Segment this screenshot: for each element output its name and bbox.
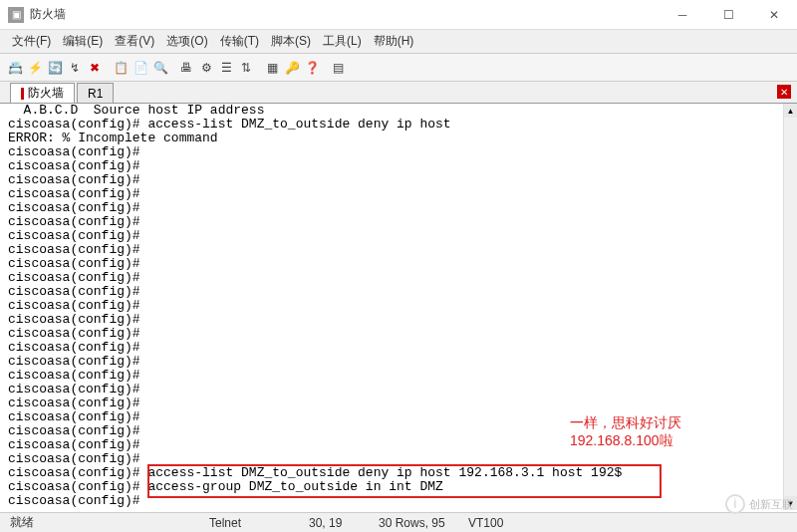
app-icon: ▣ <box>8 7 24 23</box>
statusbar: 就绪 Telnet 30, 19 30 Rows, 95 VT100 <box>0 512 797 532</box>
tab-close-button[interactable]: ✕ <box>777 85 791 99</box>
key-icon[interactable]: 🔑 <box>283 59 301 77</box>
menu-help[interactable]: 帮助(H) <box>368 33 420 50</box>
menu-view[interactable]: 查看(V) <box>109 33 160 50</box>
session-icon[interactable]: 📇 <box>6 59 24 77</box>
tab-r1[interactable]: R1 <box>77 83 114 103</box>
annotation-line1: 一样，思科好讨厌 <box>570 414 681 432</box>
maximize-button[interactable]: ☐ <box>705 0 751 30</box>
menubar: 文件(F) 编辑(E) 查看(V) 选项(O) 传输(T) 脚本(S) 工具(L… <box>0 30 797 54</box>
tab-label: R1 <box>88 87 103 101</box>
watermark-text: 创新互联 <box>749 497 793 512</box>
status-rows: 30 Rows, 95 <box>369 516 458 530</box>
watermark-logo-icon: İ <box>725 494 745 514</box>
options-icon[interactable]: ☰ <box>217 59 235 77</box>
tab-label: 防火墙 <box>28 85 64 102</box>
reconnect-icon[interactable]: 🔄 <box>46 59 64 77</box>
vertical-scrollbar[interactable]: ▲ ▼ <box>783 104 797 510</box>
menu-transfer[interactable]: 传输(T) <box>214 33 265 50</box>
xfer-icon[interactable]: ⇅ <box>237 59 255 77</box>
help-icon[interactable]: ❓ <box>303 59 321 77</box>
close-button[interactable]: ✕ <box>751 0 797 30</box>
paste-icon[interactable]: 📄 <box>132 59 149 77</box>
tile-icon[interactable]: ▤ <box>329 59 347 77</box>
annotation-line2: 192.168.8.100啦 <box>570 432 681 450</box>
minimize-button[interactable]: ─ <box>660 0 705 30</box>
copy-icon[interactable]: 📋 <box>112 59 130 77</box>
toolbar: 📇 ⚡ 🔄 ↯ ✖ 📋 📄 🔍 🖶 ⚙ ☰ ⇅ ▦ 🔑 ❓ ▤ <box>0 54 797 82</box>
menu-options[interactable]: 选项(O) <box>160 33 213 50</box>
properties-icon[interactable]: ⚙ <box>197 59 215 77</box>
status-terminal-type: VT100 <box>458 516 513 530</box>
tabbar: 防火墙 R1 ✕ <box>0 82 797 104</box>
quick-connect-icon[interactable]: ⚡ <box>26 59 44 77</box>
scroll-up-icon[interactable]: ▲ <box>784 104 797 118</box>
window-titlebar: ▣ 防火墙 ─ ☐ ✕ <box>0 0 797 30</box>
annotation-text: 一样，思科好讨厌 192.168.8.100啦 <box>570 414 681 450</box>
find-icon[interactable]: 🔍 <box>151 59 169 77</box>
print-icon[interactable]: 🖶 <box>177 59 195 77</box>
menu-script[interactable]: 脚本(S) <box>265 33 317 50</box>
tab-firewall[interactable]: 防火墙 <box>10 83 75 103</box>
cancel-icon[interactable]: ✖ <box>86 59 104 77</box>
window-title: 防火墙 <box>30 6 660 23</box>
status-ready: 就绪 <box>0 514 199 531</box>
watermark: İ 创新互联 <box>725 494 793 514</box>
disconnect-icon[interactable]: ↯ <box>66 59 84 77</box>
menu-edit[interactable]: 编辑(E) <box>57 33 109 50</box>
active-indicator-icon <box>21 88 24 100</box>
status-position: 30, 19 <box>299 516 369 530</box>
menu-tools[interactable]: 工具(L) <box>317 33 368 50</box>
misc1-icon[interactable]: ▦ <box>263 59 281 77</box>
status-protocol: Telnet <box>199 516 299 530</box>
menu-file[interactable]: 文件(F) <box>6 33 57 50</box>
